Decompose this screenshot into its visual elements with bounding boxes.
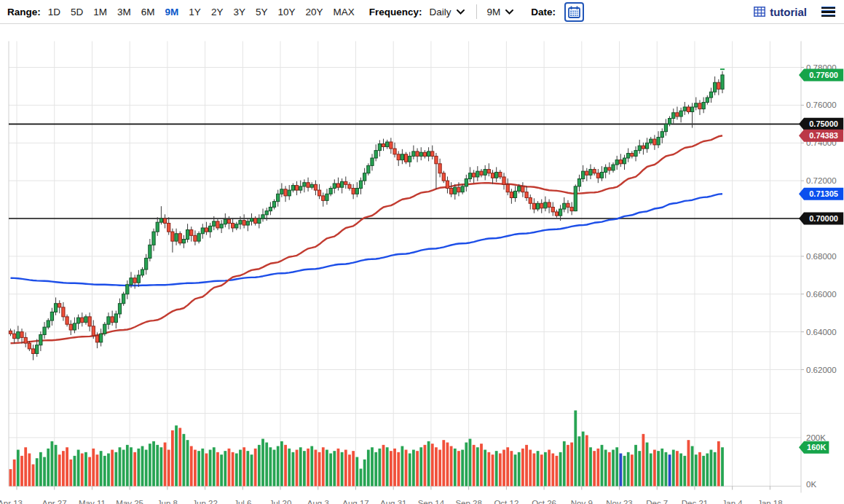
date-picker-button[interactable] [564, 2, 584, 22]
date-label: Date: [531, 7, 556, 17]
frequency-value: Daily [430, 7, 451, 17]
price-badges: 0.776000.750000.743830.713050.70000160K [799, 68, 843, 453]
volume-layer [9, 411, 724, 487]
range-button-1y[interactable]: 1Y [189, 7, 201, 17]
range-button-1m[interactable]: 1M [93, 7, 107, 17]
hamburger-icon [821, 7, 835, 9]
tutorial-grid-icon [754, 7, 765, 17]
svg-text:May 11: May 11 [79, 499, 106, 504]
svg-text:Dec 21: Dec 21 [682, 499, 708, 504]
range-button-3y[interactable]: 3Y [233, 7, 245, 17]
menu-button[interactable] [820, 4, 837, 19]
svg-text:May 25: May 25 [116, 499, 143, 504]
svg-text:Jan 4: Jan 4 [722, 499, 744, 504]
charting-app: Range: 1D5D1M3M6M9M1Y2Y3Y5Y10Y20YMAX Fre… [0, 0, 844, 504]
calendar-icon [568, 6, 580, 18]
svg-text:Jul 20: Jul 20 [269, 499, 292, 504]
toolbar-divider [476, 4, 477, 19]
svg-text:0.71305: 0.71305 [809, 189, 838, 198]
svg-text:Jan 18: Jan 18 [757, 499, 783, 504]
chevron-down-icon [505, 9, 513, 15]
range-button-3m[interactable]: 3M [117, 7, 131, 17]
period-value: 9M [487, 7, 501, 17]
svg-text:0.64000: 0.64000 [806, 328, 837, 336]
range-button-5y[interactable]: 5Y [256, 7, 268, 17]
svg-text:0.62000: 0.62000 [806, 366, 837, 374]
range-button-20y[interactable]: 20Y [305, 7, 323, 17]
candlestick-chart[interactable]: Apr 13Apr 27May 11May 25Jun 8Jun 22Jul 6… [0, 24, 844, 504]
chevron-down-icon [457, 9, 465, 15]
svg-text:Jul 6: Jul 6 [234, 499, 251, 504]
svg-text:0.68000: 0.68000 [806, 252, 837, 261]
range-button-6m[interactable]: 6M [141, 7, 155, 17]
ma-blue-line [11, 194, 723, 286]
svg-text:Jun 8: Jun 8 [157, 499, 178, 504]
svg-text:Nov 9: Nov 9 [571, 499, 593, 504]
period-select[interactable]: 9M [487, 7, 514, 17]
svg-text:Dec 7: Dec 7 [646, 499, 668, 504]
svg-text:Aug 3: Aug 3 [307, 499, 329, 504]
x-axis: Apr 13Apr 27May 11May 25Jun 8Jun 22Jul 6… [0, 487, 783, 504]
svg-text:Oct 12: Oct 12 [494, 499, 518, 504]
frequency-select[interactable]: Daily [430, 7, 465, 17]
range-buttons: 1D5D1M3M6M9M1Y2Y3Y5Y10Y20YMAX [48, 7, 365, 17]
svg-text:0.74383: 0.74383 [809, 131, 838, 140]
svg-text:Aug 31: Aug 31 [380, 499, 406, 504]
svg-text:0.76000: 0.76000 [806, 101, 837, 109]
candles-layer [9, 71, 724, 361]
svg-text:0.66000: 0.66000 [806, 290, 837, 299]
svg-text:200K: 200K [806, 433, 826, 442]
svg-text:0.70000: 0.70000 [809, 214, 838, 223]
svg-text:0K: 0K [806, 480, 816, 489]
frequency-label: Frequency: [369, 7, 422, 17]
svg-text:160K: 160K [807, 443, 826, 452]
svg-text:0.72000: 0.72000 [806, 176, 837, 185]
range-button-10y[interactable]: 10Y [277, 7, 295, 17]
svg-text:Oct 26: Oct 26 [532, 499, 556, 504]
grid-layer [9, 42, 801, 493]
chart-area: Apr 13Apr 27May 11May 25Jun 8Jun 22Jul 6… [0, 24, 844, 504]
range-button-max[interactable]: MAX [333, 7, 354, 17]
svg-text:Sep 28: Sep 28 [455, 499, 481, 504]
range-label: Range: [7, 7, 41, 17]
svg-text:Nov 23: Nov 23 [606, 499, 632, 504]
svg-text:Jun 22: Jun 22 [192, 499, 218, 504]
range-button-9m[interactable]: 9M [165, 7, 179, 17]
svg-text:Aug 17: Aug 17 [342, 499, 368, 504]
svg-text:0.75000: 0.75000 [809, 119, 838, 128]
svg-text:Apr 13: Apr 13 [0, 499, 23, 504]
range-button-2y[interactable]: 2Y [211, 7, 224, 17]
range-button-5d[interactable]: 5D [71, 7, 83, 17]
tutorial-link[interactable]: tutorial [754, 6, 807, 18]
tutorial-label: tutorial [770, 6, 807, 18]
svg-text:Sep 14: Sep 14 [418, 499, 445, 504]
svg-text:Apr 27: Apr 27 [42, 499, 67, 504]
range-button-1d[interactable]: 1D [48, 7, 60, 17]
toolbar: Range: 1D5D1M3M6M9M1Y2Y3Y5Y10Y20YMAX Fre… [0, 0, 844, 24]
svg-text:0.77600: 0.77600 [809, 71, 838, 79]
